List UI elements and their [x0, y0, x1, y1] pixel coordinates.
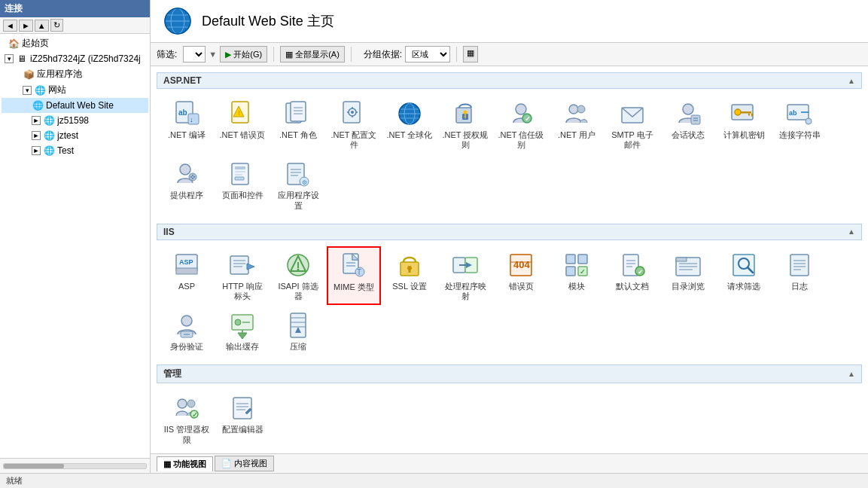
- sidebar-item-apppool[interactable]: 📦 应用程序池: [2, 66, 148, 82]
- apppool-icon: 📦: [23, 69, 35, 81]
- sidebar-item-sites[interactable]: ▾ 🌐 网站: [2, 82, 148, 98]
- icon-auth[interactable]: 身份验证: [160, 307, 214, 355]
- svg-rect-61: [235, 171, 245, 172]
- icon-mime[interactable]: T MIME 类型: [327, 246, 381, 305]
- icon-net-compile[interactable]: ab ↓ .NET 编译: [160, 95, 214, 154]
- toolbar-sep-2: [351, 47, 352, 62]
- start-btn[interactable]: ▶ 开始(G): [220, 46, 267, 63]
- sidebar-item-jz51598[interactable]: ► 🌐 jz51598: [2, 113, 148, 128]
- svg-point-81: [297, 268, 300, 270]
- ssl-icon: [394, 250, 425, 280]
- sidebar-item-server[interactable]: ▾ 🖥 iZ25hd7324jZ (iZ25hd7324j: [2, 51, 148, 66]
- icon-log[interactable]: 日志: [772, 246, 827, 305]
- icon-config-editor[interactable]: 配置编辑器: [215, 389, 270, 448]
- asp-label: ASP: [178, 282, 195, 291]
- icon-provider[interactable]: 提供程序: [160, 155, 214, 214]
- icon-machinekey[interactable]: 计算机密钥: [717, 95, 771, 154]
- server-icon: 🖥: [16, 53, 28, 65]
- main-content: Default Web Site 主页 筛选: ▼ ▶ 开始(G) ▦ 全部显示…: [151, 0, 868, 473]
- mime-icon: T: [339, 251, 369, 281]
- sidebar-item-test[interactable]: ► 🌐 Test: [2, 143, 148, 158]
- svg-text:ASP: ASP: [179, 258, 193, 266]
- filter-select[interactable]: [183, 46, 206, 63]
- sidebar-item-label: iZ25hd7324jZ (iZ25hd7324j: [30, 53, 141, 64]
- sidebar-fwd-btn[interactable]: ►: [19, 20, 33, 32]
- icon-pagecontrol[interactable]: 页面和控件: [215, 155, 270, 214]
- bottom-bar: ▦ 功能视图 📄 内容视图: [151, 453, 868, 473]
- svg-point-135: [178, 399, 187, 408]
- net-trust-label: .NET 信任级别: [498, 130, 544, 150]
- handler-icon: [450, 250, 480, 280]
- icon-error-page[interactable]: 404 错误页: [494, 246, 548, 305]
- content-view-btn[interactable]: 📄 内容视图: [215, 456, 274, 471]
- icon-iis-mgr-perm[interactable]: ✓ IIS 管理器权限: [160, 389, 214, 448]
- config-editor-icon: [227, 393, 257, 423]
- module-icon: ✓: [562, 250, 592, 280]
- feature-view-btn[interactable]: ▦ 功能视图: [157, 456, 213, 471]
- sidebar: 连接 ◄ ► ▲ ↻ 🏠 起始页 ▾ 🖥 iZ25hd7324jZ (iZ25h…: [0, 0, 151, 473]
- sidebar-refresh-btn[interactable]: ↻: [50, 19, 63, 32]
- icon-request-filter[interactable]: 请求筛选: [717, 246, 771, 305]
- showall-btn[interactable]: ▦ 全部显示(A): [280, 46, 345, 63]
- sidebar-back-btn[interactable]: ◄: [3, 20, 17, 32]
- sidebar-item-startpage[interactable]: 🏠 起始页: [2, 35, 148, 51]
- icon-net-auth[interactable]: .NET 授权规则: [438, 95, 492, 154]
- icon-http-headers[interactable]: HTTP 响应标头: [215, 246, 270, 305]
- request-filter-label: 请求筛选: [727, 282, 760, 291]
- net-global-label: .NET 全球化: [387, 130, 433, 140]
- management-icons-grid: ✓ IIS 管理器权限: [157, 386, 862, 451]
- icon-module[interactable]: ✓ 模块: [550, 246, 604, 305]
- smtp-icon: [617, 99, 647, 129]
- svg-rect-90: [409, 268, 411, 273]
- net-compile-label: .NET 编译: [168, 130, 206, 140]
- svg-rect-63: [235, 177, 244, 180]
- icon-asp[interactable]: ASP ASP: [160, 246, 214, 305]
- icon-net-config[interactable]: .NET 配置文件: [327, 95, 381, 154]
- jz51598-toggle[interactable]: ►: [32, 116, 41, 125]
- net-config-icon: [339, 99, 369, 129]
- icon-net-users[interactable]: .NET 用户: [550, 95, 604, 154]
- icon-dir-browse[interactable]: 目录浏览: [661, 246, 715, 305]
- filter-label: 筛选:: [157, 48, 177, 61]
- sites-toggle[interactable]: ▾: [23, 86, 32, 95]
- iis-section-header[interactable]: IIS ▲: [157, 224, 862, 240]
- view-btn[interactable]: ▦: [463, 46, 478, 63]
- icon-session[interactable]: 会话状态: [661, 95, 715, 154]
- icon-net-global[interactable]: .NET 全球化: [382, 95, 437, 154]
- icon-isapi-filter[interactable]: ISAPI 筛选器: [271, 246, 325, 305]
- icon-appsettings[interactable]: ⚙ 应用程序设置: [271, 155, 325, 214]
- machinekey-label: 计算机密钥: [723, 130, 765, 140]
- auth-icon: [172, 310, 202, 340]
- test-toggle[interactable]: ►: [32, 146, 41, 155]
- svg-rect-62: [235, 174, 242, 175]
- sidebar-item-jztest[interactable]: ► 🌐 jztest: [2, 128, 148, 143]
- server-toggle[interactable]: ▾: [5, 54, 14, 63]
- start-btn-label: 开始(G): [233, 49, 262, 60]
- net-error-label: .NET 错误页: [220, 130, 266, 140]
- management-section-header[interactable]: 管理 ▲: [157, 364, 862, 383]
- icon-compress[interactable]: 压缩: [271, 307, 325, 355]
- icon-handler[interactable]: 处理程序映射: [438, 246, 492, 305]
- svg-point-122: [181, 316, 192, 326]
- content-view-label: 内容视图: [234, 458, 267, 469]
- icon-default-doc[interactable]: ✓ 默认文档: [605, 246, 659, 305]
- icon-net-role[interactable]: .NET 角色: [271, 95, 325, 154]
- svg-rect-130: [291, 313, 306, 337]
- sidebar-up-btn[interactable]: ▲: [35, 20, 49, 32]
- dir-browse-label: 目录浏览: [672, 282, 705, 291]
- content-area: ASP.NET ▲ ab ↓ .: [151, 66, 868, 453]
- svg-text:T: T: [357, 268, 361, 276]
- icon-net-trust[interactable]: ✓ .NET 信任级别: [494, 95, 548, 154]
- icon-net-error[interactable]: ! .NET 错误页: [215, 95, 270, 154]
- icon-output-cache[interactable]: 输出缓存: [215, 307, 270, 355]
- sidebar-item-default-web-site[interactable]: 🌐 Default Web Site: [2, 98, 148, 113]
- jztest-toggle[interactable]: ►: [32, 131, 41, 140]
- provider-icon: [172, 159, 202, 189]
- icon-smtp[interactable]: SMTP 电子邮件: [605, 95, 659, 154]
- svg-text:↓: ↓: [190, 116, 193, 124]
- aspnet-section-header[interactable]: ASP.NET ▲: [157, 72, 862, 89]
- icon-ssl[interactable]: SSL 设置: [382, 246, 437, 305]
- icon-connstr[interactable]: ab 连接字符串: [772, 95, 827, 154]
- group-select[interactable]: 区域: [405, 46, 450, 63]
- filter-arrow: ▼: [209, 50, 217, 59]
